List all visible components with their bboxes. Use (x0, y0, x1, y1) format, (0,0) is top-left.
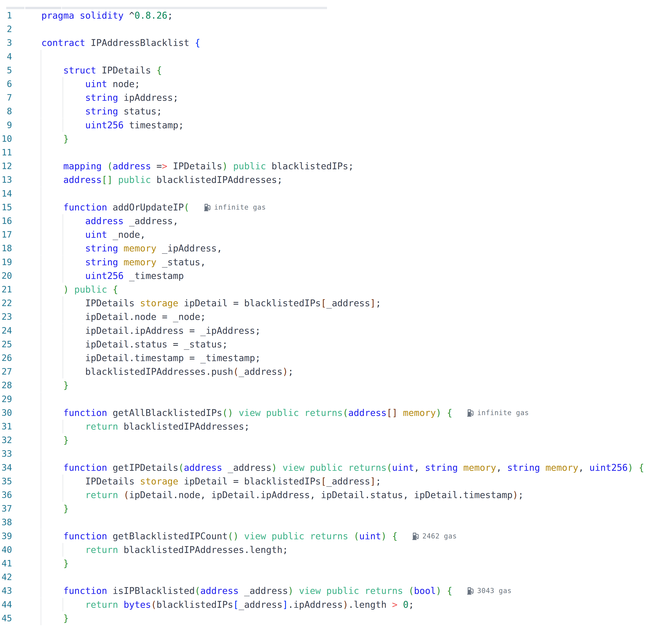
code-line[interactable]: 1pragma solidity ^0.8.26; (0, 9, 666, 22)
code-token: public (310, 462, 343, 473)
code-line[interactable]: 32} (0, 433, 666, 447)
code-line[interactable]: 3contract IPAddressBlacklist { (0, 36, 666, 50)
code-line[interactable]: 23ipDetail.node = _node; (0, 310, 666, 324)
code-line[interactable]: 39function getBlacklistedIPCount() view … (0, 529, 666, 543)
code-line[interactable]: 34function getIPDetails(address _address… (0, 461, 666, 475)
line-number[interactable]: 8 (0, 104, 12, 118)
line-number[interactable]: 18 (0, 241, 12, 255)
code-line[interactable]: 7string ipAddress; (0, 91, 666, 104)
code-line[interactable]: 21) public { (0, 283, 666, 296)
code-line[interactable]: 12mapping (address => IPDetails) public … (0, 159, 666, 173)
code-line[interactable]: 38 (0, 515, 666, 529)
line-number[interactable]: 39 (0, 529, 12, 543)
line-number[interactable]: 25 (0, 338, 12, 351)
line-number[interactable]: 29 (0, 392, 12, 406)
code-line[interactable]: 24ipDetail.ipAddress = _ipAddress; (0, 324, 666, 338)
line-number[interactable]: 45 (0, 611, 12, 625)
line-number[interactable]: 32 (0, 433, 12, 447)
code-line[interactable]: 2 (0, 22, 666, 36)
line-number[interactable]: 33 (0, 447, 12, 461)
code-line[interactable]: 25ipDetail.status = _status; (0, 338, 666, 351)
code-line[interactable]: 19string memory _status, (0, 255, 666, 269)
line-number[interactable]: 41 (0, 557, 12, 570)
code-line[interactable]: 14 (0, 187, 666, 201)
line-number[interactable]: 10 (0, 132, 12, 146)
line-number[interactable]: 43 (0, 584, 12, 598)
line-number[interactable]: 19 (0, 255, 12, 269)
line-number[interactable]: 14 (0, 187, 12, 201)
line-number[interactable]: 22 (0, 296, 12, 310)
line-number[interactable]: 13 (0, 173, 12, 187)
line-number[interactable]: 21 (0, 283, 12, 296)
code-line[interactable]: 45} (0, 611, 666, 625)
code-line[interactable]: 18string memory _ipAddress, (0, 241, 666, 255)
code-line[interactable]: 17uint _node, (0, 228, 666, 241)
line-number[interactable]: 27 (0, 365, 12, 378)
code-token: isIPBlacklisted (112, 586, 195, 596)
code-line[interactable]: 41} (0, 557, 666, 570)
line-number[interactable]: 4 (0, 50, 12, 64)
code-line[interactable]: 4 (0, 50, 666, 64)
code-token: { (447, 407, 452, 418)
code-text: function getAllBlacklistedIPs() view pub… (41, 406, 529, 420)
line-number[interactable]: 42 (0, 570, 12, 584)
line-number[interactable]: 2 (0, 22, 12, 36)
code-line[interactable]: 37} (0, 502, 666, 515)
line-number[interactable]: 3 (0, 36, 12, 50)
line-number[interactable]: 37 (0, 502, 12, 515)
line-number[interactable]: 15 (0, 201, 12, 214)
line-number[interactable]: 16 (0, 214, 12, 228)
line-number[interactable]: 11 (0, 146, 12, 159)
code-line[interactable]: 44return bytes(blacklistedIPs[_address].… (0, 598, 666, 611)
line-number[interactable]: 17 (0, 228, 12, 241)
line-number[interactable]: 12 (0, 159, 12, 173)
line-number[interactable]: 40 (0, 543, 12, 557)
line-number[interactable]: 1 (0, 9, 12, 22)
line-number[interactable]: 9 (0, 118, 12, 132)
code-line[interactable]: 13address[] public blacklistedIPAddresse… (0, 173, 666, 187)
code-line[interactable]: 20uint256 _timestamp (0, 269, 666, 283)
code-line[interactable]: 5struct IPDetails { (0, 64, 666, 77)
code-line[interactable]: 6uint node; (0, 77, 666, 91)
line-number[interactable]: 35 (0, 475, 12, 488)
code-line[interactable]: 9uint256 timestamp; (0, 118, 666, 132)
line-number[interactable]: 5 (0, 64, 12, 77)
code-line[interactable]: 30function getAllBlacklistedIPs() view p… (0, 406, 666, 420)
line-number[interactable]: 38 (0, 515, 12, 529)
line-number[interactable]: 36 (0, 488, 12, 502)
code-line[interactable]: 43function isIPBlacklisted(address _addr… (0, 584, 666, 598)
line-number[interactable]: 20 (0, 269, 12, 283)
code-token (277, 462, 282, 473)
line-number[interactable]: 23 (0, 310, 12, 324)
line-number[interactable]: 7 (0, 91, 12, 104)
line-number[interactable]: 28 (0, 378, 12, 392)
code-line[interactable]: 11 (0, 146, 666, 159)
line-number[interactable]: 31 (0, 420, 12, 433)
code-token: return (85, 599, 118, 610)
line-number[interactable]: 30 (0, 406, 12, 420)
code-line[interactable]: 26ipDetail.timestamp = _timestamp; (0, 351, 666, 365)
code-line[interactable]: 15function addOrUpdateIP(infinite gas (0, 201, 666, 214)
line-number[interactable]: 24 (0, 324, 12, 338)
line-number[interactable]: 44 (0, 598, 12, 611)
code-line[interactable]: 40return blacklistedIPAddresses.length; (0, 543, 666, 557)
code-line[interactable]: 10} (0, 132, 666, 146)
code-line[interactable]: 16address _address, (0, 214, 666, 228)
line-number[interactable]: 34 (0, 461, 12, 475)
code-line[interactable]: 42 (0, 570, 666, 584)
code-line[interactable]: 33 (0, 447, 666, 461)
code-line[interactable]: 29 (0, 392, 666, 406)
code-line[interactable]: 27blacklistedIPAddresses.push(_address); (0, 365, 666, 378)
code-line[interactable]: 31return blacklistedIPAddresses; (0, 420, 666, 433)
code-line[interactable]: 22IPDetails storage ipDetail = blacklist… (0, 296, 666, 310)
code-line[interactable]: 35IPDetails storage ipDetail = blacklist… (0, 475, 666, 488)
line-number[interactable]: 6 (0, 77, 12, 91)
code-line[interactable]: 8string status; (0, 104, 666, 118)
line-number[interactable]: 26 (0, 351, 12, 365)
code-line[interactable]: 36return (ipDetail.node, ipDetail.ipAddr… (0, 488, 666, 502)
code-token (135, 476, 140, 487)
code-text: return blacklistedIPAddresses.length; (41, 543, 288, 557)
code-line[interactable]: 28} (0, 378, 666, 392)
code-token: 0.8.26 (135, 10, 167, 21)
code-token: mapping (63, 161, 102, 171)
